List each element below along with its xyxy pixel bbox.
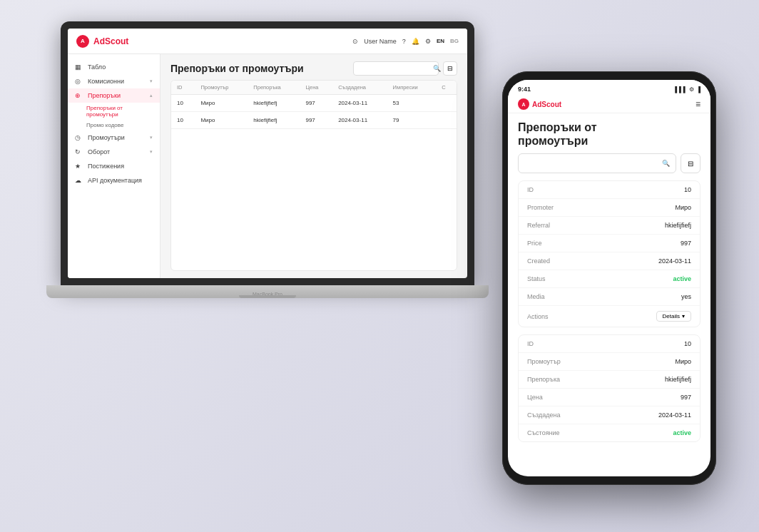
phone-page-title: Препоръки отпромоутъри bbox=[518, 121, 701, 148]
col-price: Цена bbox=[300, 81, 332, 95]
col-extra: С bbox=[436, 81, 457, 95]
detail-label: ID bbox=[527, 340, 534, 347]
detail-row: Цена 997 bbox=[519, 389, 700, 406]
detail-row: ID 10 bbox=[519, 181, 700, 199]
phone-time: 9:41 bbox=[518, 86, 531, 93]
detail-label: Actions bbox=[527, 313, 549, 320]
detail-card-1: ID 10 Promoter Миро Referral hkiefijfief… bbox=[518, 180, 701, 327]
detail-row: Promoter Миро bbox=[519, 199, 700, 217]
filter-button[interactable]: ⊟ bbox=[443, 61, 457, 76]
detail-value: 997 bbox=[681, 394, 691, 401]
detail-label: Status bbox=[527, 275, 546, 282]
referrals-icon: ⊕ bbox=[75, 92, 83, 99]
search-box-desktop[interactable]: 🔍 bbox=[353, 61, 439, 76]
sidebar-item-dashboard[interactable]: ▦ Табло bbox=[68, 60, 160, 74]
details-button[interactable]: Details ▾ bbox=[656, 311, 691, 322]
detail-label: Състояние bbox=[527, 429, 560, 436]
detail-value: active bbox=[673, 275, 691, 282]
data-table-wrapper: ID Промоутър Препоръка Цена Създадена Им… bbox=[170, 80, 457, 271]
sidebar-item-commissions[interactable]: ◎ Комисионни ▾ bbox=[68, 74, 160, 88]
detail-label: Created bbox=[527, 257, 550, 265]
achievements-icon: ★ bbox=[75, 163, 83, 170]
signal-icon: ▌▌▌ bbox=[675, 86, 687, 93]
phone-search-row: 🔍 ⊟ bbox=[518, 153, 701, 173]
phone-search-box[interactable]: 🔍 bbox=[518, 153, 676, 173]
sidebar-sub-referrals-from-promoters[interactable]: Препоръки от промоутъри bbox=[86, 103, 160, 120]
phone-logo: A AdScout bbox=[518, 98, 561, 110]
cell-price: 997 bbox=[300, 95, 332, 112]
detail-row: Created 2024-03-11 bbox=[519, 252, 700, 270]
lang-bg[interactable]: BG bbox=[450, 38, 459, 44]
detail-card-2: ID 10 Промоутър Миро Препоръка hkiefijfi… bbox=[518, 334, 701, 442]
topbar-right: ⊙ User Name ? 🔔 ⚙ EN BG bbox=[352, 38, 459, 45]
detail-row: Actions Details ▾ bbox=[519, 306, 700, 327]
settings-icon[interactable]: ⚙ bbox=[425, 38, 431, 45]
sidebar-item-turnover[interactable]: ↻ Оборот ▾ bbox=[68, 145, 160, 159]
lang-en[interactable]: EN bbox=[437, 38, 444, 44]
detail-value: hkiefijfiefj bbox=[665, 222, 691, 229]
table-row: 10 Миро hkiefijfiefj 997 2024-03-11 53 bbox=[171, 95, 457, 112]
phone-logo-text: AdScout bbox=[532, 101, 561, 108]
laptop-bezel: A AdScout ⊙ User Name ? 🔔 ⚙ EN BG bbox=[61, 21, 474, 285]
table-header-row: ID Промоутър Препоръка Цена Създадена Им… bbox=[171, 81, 457, 95]
logo-text: AdScout bbox=[93, 36, 128, 46]
detail-label: Media bbox=[527, 293, 545, 300]
sidebar-item-referrals[interactable]: ⊕ Препоръки ▴ bbox=[68, 88, 160, 103]
hamburger-menu-button[interactable]: ≡ bbox=[696, 99, 701, 109]
logo: A AdScout bbox=[76, 35, 128, 48]
phone-search-icon: 🔍 bbox=[662, 160, 670, 167]
col-impressions: Импресии bbox=[387, 81, 437, 95]
phone-main[interactable]: Препоръки отпромоутъри 🔍 ⊟ ID 10 Promote… bbox=[508, 113, 710, 476]
cell-referral: hkiefijfiefj bbox=[248, 95, 300, 112]
phone-filter-button[interactable]: ⊟ bbox=[681, 153, 701, 173]
detail-label: ID bbox=[527, 186, 534, 193]
detail-value: 2024-03-11 bbox=[658, 411, 691, 419]
detail-label: Promoter bbox=[527, 204, 554, 211]
sidebar-item-api[interactable]: ☁ API документация bbox=[68, 173, 160, 188]
cell-extra bbox=[436, 112, 457, 129]
cell-extra bbox=[436, 95, 457, 112]
table-row: 10 Миро hkiefijfiefj 997 2024-03-11 79 bbox=[171, 112, 457, 129]
phone-search-input[interactable] bbox=[524, 160, 662, 167]
cell-created: 2024-03-11 bbox=[332, 112, 387, 129]
chevron-up-icon: ▴ bbox=[150, 93, 153, 98]
sidebar-sub-promo-codes[interactable]: Промо кодове bbox=[86, 120, 160, 131]
cell-price: 997 bbox=[300, 112, 332, 129]
cell-id: 10 bbox=[171, 112, 195, 129]
promoters-icon: ◷ bbox=[75, 134, 83, 141]
col-promoter: Промоутър bbox=[195, 81, 248, 95]
referrals-table: ID Промоутър Препоръка Цена Създадена Им… bbox=[171, 81, 457, 129]
phone-bezel: 9:41 ▌▌▌ ⚙ ▐ A AdScout ≡ bbox=[502, 71, 716, 485]
detail-label: Препоръка bbox=[527, 376, 560, 383]
sidebar-item-achievements[interactable]: ★ Постижения bbox=[68, 159, 160, 173]
phone-device: 9:41 ▌▌▌ ⚙ ▐ A AdScout ≡ bbox=[502, 71, 716, 485]
detail-value: Миро bbox=[675, 204, 691, 211]
detail-value: active bbox=[673, 429, 691, 436]
notification-icon[interactable]: 🔔 bbox=[412, 38, 419, 45]
phone-logo-icon: A bbox=[518, 98, 529, 110]
app-topbar: A AdScout ⊙ User Name ? 🔔 ⚙ EN BG bbox=[68, 29, 467, 54]
laptop-device: A AdScout ⊙ User Name ? 🔔 ⚙ EN BG bbox=[61, 21, 474, 321]
main-content: Препоръки от промоутъри 🔍 ⊟ bbox=[161, 54, 467, 278]
detail-row: Media yes bbox=[519, 288, 700, 306]
cell-created: 2024-03-11 bbox=[332, 95, 387, 112]
phone-app-bar: A AdScout ≡ bbox=[508, 96, 710, 113]
detail-row: ID 10 bbox=[519, 335, 700, 353]
detail-label: Създадена bbox=[527, 411, 561, 419]
detail-row: Referral hkiefijfiefj bbox=[519, 217, 700, 235]
api-icon: ☁ bbox=[75, 177, 83, 184]
sidebar: ▦ Табло ◎ Комисионни ▾ ⊕ Препоръки ▴ П bbox=[68, 54, 161, 278]
chevron-down-icon: ▾ bbox=[150, 78, 153, 84]
search-input[interactable] bbox=[358, 66, 433, 72]
logo-icon: A bbox=[76, 35, 89, 48]
user-icon: ⊙ bbox=[352, 38, 358, 45]
detail-value: 10 bbox=[684, 186, 691, 193]
detail-value: yes bbox=[681, 293, 691, 300]
detail-row: Създадена 2024-03-11 bbox=[519, 406, 700, 424]
detail-row: Status active bbox=[519, 270, 700, 288]
phone-screen: 9:41 ▌▌▌ ⚙ ▐ A AdScout ≡ bbox=[508, 80, 710, 476]
battery-icon: ▐ bbox=[696, 86, 701, 93]
help-icon[interactable]: ? bbox=[402, 38, 406, 45]
sidebar-item-promoters[interactable]: ◷ Промоутъри ▾ bbox=[68, 131, 160, 145]
col-referral: Препоръка bbox=[248, 81, 300, 95]
